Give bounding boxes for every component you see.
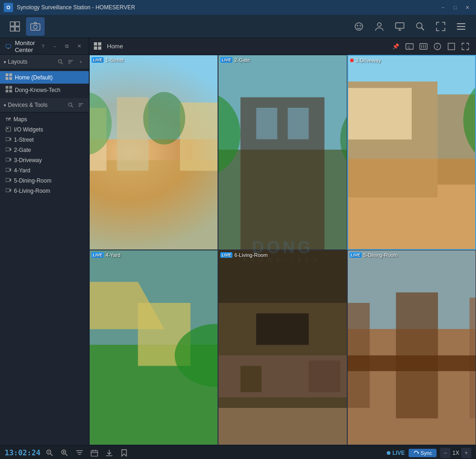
svg-rect-34 xyxy=(6,90,8,92)
live-label: LIVE xyxy=(392,450,405,456)
device-item-3-driveway[interactable]: 3-Driveway xyxy=(0,155,89,165)
expand-button[interactable] xyxy=(459,40,471,52)
device-item-maps[interactable]: 🗺 Maps xyxy=(0,114,89,125)
layout-item-dong-knows-tech[interactable]: Dong-Knows-Tech xyxy=(0,84,89,96)
camera-settings-button[interactable] xyxy=(417,40,430,52)
layouts-sort-button[interactable] xyxy=(66,58,75,66)
svg-rect-42 xyxy=(7,128,8,129)
fullscreen-button[interactable] xyxy=(431,17,450,36)
svg-rect-12 xyxy=(396,23,404,28)
layouts-section-icons: + xyxy=(56,58,85,66)
camera-cell-1-street[interactable]: LIVE 1-Street xyxy=(89,55,218,250)
speed-increase-button[interactable]: + xyxy=(461,448,471,458)
monitor-restore-button[interactable]: ⧉ xyxy=(63,41,71,52)
devices-sort-button[interactable] xyxy=(77,101,85,109)
time-display: 13:02:24 xyxy=(5,448,40,457)
svg-rect-100 xyxy=(218,408,346,445)
monitor-close-button[interactable]: ✕ xyxy=(75,41,83,52)
devices-tools-section-header[interactable]: ▾ Devices & Tools xyxy=(0,98,89,112)
pin-button[interactable]: 📌 xyxy=(390,40,402,52)
svg-line-118 xyxy=(66,454,67,456)
minimize-button[interactable]: − xyxy=(438,2,448,13)
help-button[interactable]: ? xyxy=(39,41,47,52)
svg-rect-32 xyxy=(6,86,8,89)
sync-button[interactable]: Sync xyxy=(409,449,436,457)
camera-3-image xyxy=(348,56,475,249)
svg-point-75 xyxy=(143,92,185,144)
camera-4-label: LIVE 4-Yard xyxy=(92,252,120,258)
svg-rect-87 xyxy=(348,88,412,139)
device-item-2-gate[interactable]: 2-Gate xyxy=(0,145,89,155)
svg-rect-5 xyxy=(15,27,20,31)
layout-grid-icon-2 xyxy=(6,86,12,94)
live-indicator: LIVE xyxy=(387,450,405,456)
calendar-button[interactable] xyxy=(89,447,100,459)
camera-1-live-badge: LIVE xyxy=(92,57,104,63)
cam-3-icon xyxy=(6,157,11,164)
camera-5-image xyxy=(218,250,346,445)
camera-cell-2-gate[interactable]: LIVE 2-Gate xyxy=(218,55,347,250)
svg-point-8 xyxy=(355,23,363,30)
device-item-1-street[interactable]: 1-Street xyxy=(0,135,89,145)
svg-line-16 xyxy=(422,27,424,30)
device-item-io-widgets[interactable]: I/O Widgets xyxy=(0,125,89,135)
layouts-section-label: Layouts xyxy=(8,59,56,65)
layouts-section-header[interactable]: ▾ Layouts + xyxy=(0,55,89,69)
info-button[interactable]: i xyxy=(431,40,443,52)
svg-point-0 xyxy=(6,5,11,10)
camera-cell-3-driveway[interactable]: 3-Driveway xyxy=(347,55,476,250)
device-item-5-label: 5-Dining-Room xyxy=(14,177,52,184)
caption-button[interactable]: C xyxy=(403,40,416,52)
device-item-6-living[interactable]: 6-Living-Room xyxy=(0,186,89,196)
speed-decrease-button[interactable]: − xyxy=(440,448,450,458)
grid-view-button[interactable] xyxy=(6,17,24,36)
monitor-button[interactable] xyxy=(390,17,409,36)
camera-2-label: LIVE 2-Gate xyxy=(220,57,250,63)
camera-button[interactable] xyxy=(26,17,45,36)
camera-area: Home 📌 C i xyxy=(89,38,476,445)
svg-rect-103 xyxy=(309,361,340,392)
layouts-add-button[interactable]: + xyxy=(77,58,85,66)
camera-3-label: 3-Driveway xyxy=(350,58,381,63)
maximize-button[interactable]: □ xyxy=(450,2,460,13)
zoom-in-button[interactable] xyxy=(59,447,70,459)
download-button[interactable] xyxy=(104,447,115,459)
camera-2-name: 2-Gate xyxy=(234,57,250,63)
svg-rect-30 xyxy=(6,77,8,80)
bookmark-button[interactable] xyxy=(119,447,130,459)
camera-cell-5-dining-room[interactable]: LIVE 5-Dining-Room xyxy=(347,250,476,445)
camera-cell-6-living-room[interactable]: LIVE 6-Living-Room xyxy=(218,250,347,445)
monitor-icon xyxy=(6,43,11,50)
device-item-5-dining[interactable]: 5-Dining-Room xyxy=(0,176,89,186)
device-item-4-yard[interactable]: 4-Yard xyxy=(0,165,89,176)
face-detection-button[interactable] xyxy=(350,17,368,36)
live-dot xyxy=(387,451,390,455)
menu-button[interactable] xyxy=(452,17,470,36)
camera-toolbar-icons: 📌 C i xyxy=(390,40,471,52)
speed-controls: − 1X + xyxy=(440,448,471,458)
device-item-maps-label: Maps xyxy=(13,116,27,123)
svg-rect-51 xyxy=(6,178,10,182)
monitor-minimize-button[interactable]: − xyxy=(51,41,59,52)
svg-rect-111 xyxy=(348,355,476,371)
devices-search-button[interactable] xyxy=(66,101,75,109)
layouts-search-button[interactable] xyxy=(56,58,65,66)
svg-rect-58 xyxy=(98,46,101,50)
cam-2-icon xyxy=(6,147,11,153)
camera-6-image xyxy=(348,250,476,445)
filter-button[interactable] xyxy=(74,447,85,459)
svg-point-7 xyxy=(33,25,37,29)
camera-cell-4-yard[interactable]: LIVE 4-Yard xyxy=(89,250,218,445)
zoom-out-button[interactable] xyxy=(44,447,55,459)
cam-5-icon xyxy=(6,177,11,184)
svg-rect-33 xyxy=(9,86,12,89)
main-toolbar xyxy=(0,15,476,38)
close-button[interactable]: ✕ xyxy=(462,2,472,13)
window-mode-button[interactable] xyxy=(445,40,457,52)
layout-item-home-default[interactable]: Home (Default) xyxy=(0,71,89,84)
search-button[interactable] xyxy=(411,17,430,36)
camera-4-image xyxy=(90,250,218,445)
camera-6-live-badge: LIVE xyxy=(220,252,232,258)
device-item-4-label: 4-Yard xyxy=(14,167,30,174)
person-button[interactable] xyxy=(370,17,389,36)
